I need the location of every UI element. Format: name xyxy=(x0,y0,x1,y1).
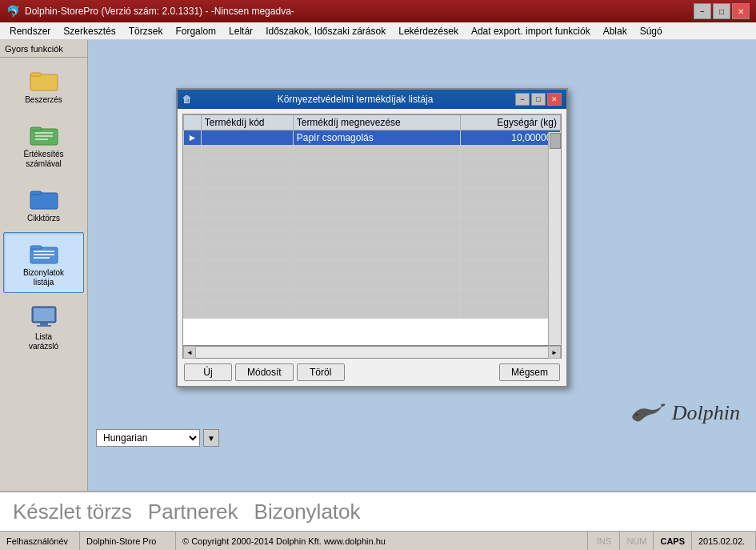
row-indicator xyxy=(184,304,202,319)
dialog-buttons: Új Módosít Töröl Mégsem xyxy=(178,359,566,386)
svg-rect-5 xyxy=(35,135,53,137)
quick-functions-bar: Gyors funkciók xyxy=(0,40,87,58)
status-date: 2015.02.02. xyxy=(692,532,756,550)
products-table: Termékdíj kód Termékdíj megnevezése Egys… xyxy=(183,114,561,319)
dialog-table-container: Termékdíj kód Termékdíj megnevezése Egys… xyxy=(182,114,562,346)
col-name: Termékdíj megnevezése xyxy=(293,115,460,130)
window-title: Dolphin-StorePro (Verzió szám: 2.0.1331)… xyxy=(25,6,294,17)
language-dropdown[interactable]: HungarianEnglishGerman xyxy=(96,429,200,447)
bottom-link-partnerek[interactable]: Partnerek xyxy=(148,500,238,524)
status-bar: Felhasználónév Dolphin-Store Pro © Copyr… xyxy=(0,531,756,550)
row-name xyxy=(293,160,460,175)
horizontal-scrollbar[interactable]: ◄ ► xyxy=(182,346,562,359)
row-unit xyxy=(460,175,560,189)
table-row[interactable] xyxy=(184,247,561,261)
menu-item-forgalom[interactable]: Forgalom xyxy=(169,24,222,38)
menu-item-ablak[interactable]: Ablak xyxy=(597,24,634,38)
sidebar-item-lista-varazslo[interactable]: Listavarázsló xyxy=(3,296,84,357)
table-row[interactable] xyxy=(184,290,561,304)
table-row[interactable] xyxy=(184,203,561,218)
row-indicator xyxy=(184,189,202,203)
menu-bar: RendszerSzerkesztésTörzsekForgalomLeltár… xyxy=(0,22,756,40)
row-code xyxy=(201,203,293,218)
table-row[interactable] xyxy=(184,175,561,189)
language-arrow-button[interactable]: ▼ xyxy=(203,429,219,447)
row-indicator xyxy=(184,203,202,218)
title-bar: 🐬 Dolphin-StorePro (Verzió szám: 2.0.133… xyxy=(0,0,756,22)
dialog-maximize-button[interactable]: □ xyxy=(531,93,546,106)
svg-rect-10 xyxy=(30,246,42,249)
menu-item-szerkesztés[interactable]: Szerkesztés xyxy=(57,24,122,38)
content-area: 🗑 Környezetvédelmi termékdíjak listája −… xyxy=(88,40,756,491)
sidebar-item-ertekesites[interactable]: Értékesítésszámlával xyxy=(3,114,84,175)
modify-button[interactable]: Módosít xyxy=(235,363,294,381)
new-button[interactable]: Új xyxy=(184,363,232,381)
menu-item-lekérdezések[interactable]: Lekérdezések xyxy=(392,24,465,38)
app-icon: 🐬 xyxy=(6,5,20,18)
row-name xyxy=(293,175,460,189)
svg-rect-1 xyxy=(30,73,42,76)
sidebar-item-bizonylatok[interactable]: Bizonylatoklistája xyxy=(3,232,84,293)
bottom-link-készlet-törzs[interactable]: Készlet törzs xyxy=(13,500,132,524)
row-indicator xyxy=(184,261,202,275)
table-row[interactable] xyxy=(184,146,561,160)
table-row[interactable] xyxy=(184,160,561,175)
menu-item-súgó[interactable]: Súgó xyxy=(634,24,669,38)
table-row[interactable] xyxy=(184,232,561,247)
left-buttons: Új Módosít Töröl xyxy=(184,363,345,381)
dialog-title-bar: 🗑 Környezetvédelmi termékdíjak listája −… xyxy=(178,90,566,109)
col-code: Termékdíj kód xyxy=(201,115,293,130)
row-code xyxy=(201,130,293,146)
maximize-button[interactable]: □ xyxy=(713,3,730,19)
svg-rect-8 xyxy=(30,191,42,195)
row-unit xyxy=(460,275,560,290)
col-indicator xyxy=(184,115,202,130)
table-row[interactable] xyxy=(184,189,561,203)
scrollbar-thumb[interactable] xyxy=(550,133,561,149)
close-button[interactable]: ✕ xyxy=(732,3,750,19)
dialog-controls: − □ ✕ xyxy=(515,93,562,106)
menu-item-időszakok,-időszaki-zárások[interactable]: Időszakok, Időszaki zárások xyxy=(259,24,392,38)
cancel-button[interactable]: Mégsem xyxy=(499,363,560,381)
status-appname: Dolphin-Store Pro xyxy=(80,532,176,550)
table-row[interactable] xyxy=(184,304,561,319)
sidebar-item-cikktorzs[interactable]: Cikktörzs xyxy=(3,178,84,229)
row-indicator xyxy=(184,275,202,290)
svg-rect-16 xyxy=(40,323,48,325)
dialog-close-button[interactable]: ✕ xyxy=(547,93,562,106)
dialog-minimize-button[interactable]: − xyxy=(515,93,530,106)
minimize-button[interactable]: − xyxy=(694,3,711,19)
scroll-left-button[interactable]: ◄ xyxy=(183,346,196,359)
row-indicator xyxy=(184,218,202,232)
menu-item-törzsek[interactable]: Törzsek xyxy=(122,24,170,38)
scroll-right-button[interactable]: ► xyxy=(548,346,561,359)
row-unit xyxy=(460,146,560,160)
col-unit: Egységár (kg) xyxy=(460,115,560,130)
sidebar-item-beszerzés[interactable]: Beszerzés xyxy=(3,59,84,110)
row-unit xyxy=(460,203,560,218)
table-row[interactable] xyxy=(184,261,561,275)
table-row[interactable]: ►Papír csomagolás10,000000 xyxy=(184,130,561,146)
status-caps: CAPS xyxy=(654,532,692,550)
vertical-scrollbar[interactable] xyxy=(548,132,561,345)
svg-rect-12 xyxy=(34,254,54,255)
folder-yellow-icon xyxy=(28,65,60,94)
menu-item-adat-export.-import-funkciók[interactable]: Adat export. import funkciók xyxy=(465,24,597,38)
svg-point-18 xyxy=(635,413,638,416)
table-row[interactable] xyxy=(184,275,561,290)
sidebar-item-label: Bizonylatoklistája xyxy=(23,268,64,287)
table-row[interactable] xyxy=(184,218,561,232)
menu-item-leltár[interactable]: Leltár xyxy=(222,24,259,38)
status-username: Felhasználónév xyxy=(0,532,80,550)
delete-button[interactable]: Töröl xyxy=(297,363,345,381)
list-dialog: 🗑 Környezetvédelmi termékdíjak listája −… xyxy=(176,88,568,387)
row-unit: 10,000000 xyxy=(460,130,560,146)
folder-blue-icon xyxy=(28,183,60,212)
svg-rect-4 xyxy=(35,132,53,134)
quick-functions-label: Gyors funkciók xyxy=(5,44,63,54)
row-indicator xyxy=(184,160,202,175)
bottom-link-bizonylatok[interactable]: Bizonylatok xyxy=(254,500,361,524)
row-code xyxy=(201,160,293,175)
menu-item-rendszer[interactable]: Rendszer xyxy=(3,24,57,38)
monitor-icon xyxy=(28,302,60,331)
